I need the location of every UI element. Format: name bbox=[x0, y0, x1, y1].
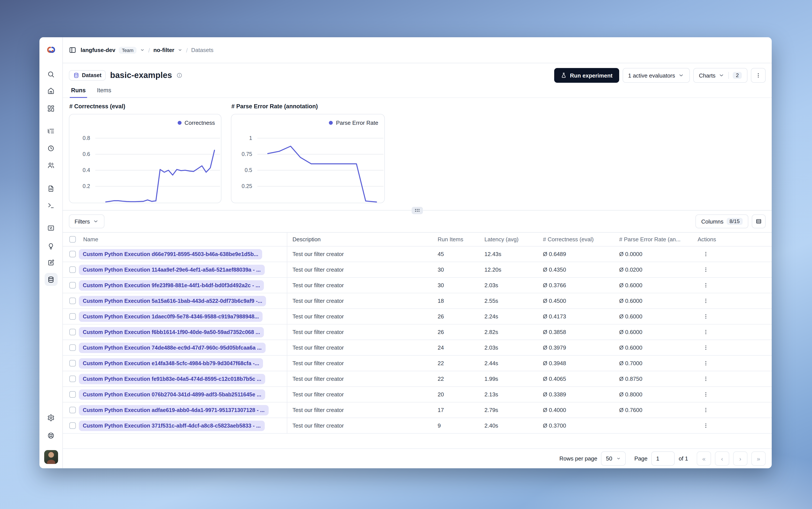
row-checkbox[interactable] bbox=[69, 344, 76, 351]
tracing-icon[interactable] bbox=[44, 124, 58, 137]
more-actions-button[interactable] bbox=[751, 68, 766, 83]
row-actions-button[interactable] bbox=[700, 311, 711, 322]
run-items-value: 26 bbox=[438, 329, 484, 335]
desktop-background: langfuse-dev Team / no-filter / Datasets bbox=[0, 0, 812, 509]
row-checkbox[interactable] bbox=[69, 298, 76, 304]
sidebar bbox=[39, 37, 63, 468]
row-checkbox[interactable] bbox=[69, 422, 76, 429]
row-checkbox[interactable] bbox=[69, 376, 76, 382]
column-header-run-items[interactable]: Run Items bbox=[438, 236, 484, 243]
column-header-actions: Actions bbox=[698, 236, 772, 243]
main-panel: langfuse-dev Team / no-filter / Datasets bbox=[63, 37, 772, 468]
search-icon[interactable] bbox=[44, 68, 58, 80]
run-name-link[interactable]: Custom Python Execution e14fa348-5cfc-49… bbox=[79, 358, 263, 368]
row-actions-button[interactable] bbox=[700, 295, 711, 306]
run-name-link[interactable]: Custom Python Execution 114aa9ef-29e6-4e… bbox=[79, 265, 265, 275]
first-page-button[interactable]: « bbox=[697, 451, 711, 466]
correctness-value: Ø 0.3979 bbox=[543, 344, 619, 351]
row-checkbox[interactable] bbox=[69, 313, 76, 320]
column-header-latency[interactable]: Latency (avg) bbox=[484, 236, 543, 243]
chart-legend: Correctness bbox=[178, 120, 215, 126]
settings-icon[interactable] bbox=[44, 411, 58, 424]
page-total-label: of 1 bbox=[679, 455, 688, 462]
run-name-link[interactable]: Custom Python Execution d66e7991-8595-45… bbox=[79, 249, 262, 259]
row-actions-button[interactable] bbox=[700, 404, 711, 416]
run-name-link[interactable]: Custom Python Execution 5a15a616-1bab-44… bbox=[79, 296, 266, 306]
run-name-link[interactable]: Custom Python Execution f6bb1614-1f90-40… bbox=[79, 327, 264, 337]
info-icon[interactable] bbox=[176, 72, 182, 78]
chevron-down-icon[interactable] bbox=[140, 48, 145, 53]
next-page-button[interactable]: › bbox=[733, 451, 747, 466]
column-header-parse-error-rate[interactable]: # Parse Error Rate (an... bbox=[619, 236, 698, 243]
breadcrumb-section[interactable]: Datasets bbox=[191, 47, 214, 53]
breadcrumb-environment[interactable]: no-filter bbox=[154, 47, 174, 53]
row-checkbox[interactable] bbox=[69, 251, 76, 257]
last-page-button[interactable]: » bbox=[751, 451, 766, 466]
row-checkbox[interactable] bbox=[69, 391, 76, 398]
rows-per-page-select[interactable]: 50 bbox=[601, 451, 626, 466]
rows-per-page-label: Rows per page bbox=[560, 455, 597, 462]
charts-toggle-button[interactable]: Charts 2 bbox=[693, 68, 747, 83]
sidebar-toggle-icon[interactable] bbox=[69, 46, 76, 54]
home-icon[interactable] bbox=[44, 84, 58, 97]
playground-icon[interactable] bbox=[44, 199, 58, 212]
row-actions-button[interactable] bbox=[700, 342, 711, 353]
correctness-value: Ø 0.3858 bbox=[543, 329, 619, 335]
chevron-down-icon bbox=[616, 456, 621, 461]
run-name-link[interactable]: Custom Python Execution 9fe23f98-881e-44… bbox=[79, 280, 264, 291]
run-items-value: 20 bbox=[438, 391, 484, 398]
langfuse-logo-icon[interactable] bbox=[46, 45, 56, 55]
row-checkbox[interactable] bbox=[69, 360, 76, 367]
column-header-name[interactable]: Name bbox=[77, 233, 287, 246]
users-icon[interactable] bbox=[44, 159, 58, 172]
row-actions-button[interactable] bbox=[700, 248, 711, 260]
column-header-description[interactable]: Description bbox=[287, 236, 438, 243]
row-actions-button[interactable] bbox=[700, 358, 711, 369]
columns-button[interactable]: Columns 8/15 bbox=[696, 214, 748, 228]
row-actions-button[interactable] bbox=[700, 327, 711, 338]
previous-page-button[interactable]: ‹ bbox=[715, 451, 729, 466]
svg-text:0.8: 0.8 bbox=[82, 135, 90, 141]
tab-items[interactable]: Items bbox=[96, 84, 113, 98]
row-checkbox[interactable] bbox=[69, 407, 76, 413]
prompts-icon[interactable] bbox=[44, 182, 58, 195]
support-icon[interactable] bbox=[44, 429, 58, 442]
row-checkbox[interactable] bbox=[69, 329, 76, 335]
run-experiment-button[interactable]: Run experiment bbox=[554, 68, 619, 83]
run-name-link[interactable]: Custom Python Execution 076b2704-341d-48… bbox=[79, 389, 265, 400]
row-checkbox[interactable] bbox=[69, 282, 76, 289]
project-type-badge: Team bbox=[119, 46, 136, 54]
row-actions-button[interactable] bbox=[700, 264, 711, 275]
page-number-input[interactable] bbox=[651, 451, 675, 466]
row-actions-button[interactable] bbox=[700, 389, 711, 400]
sessions-icon[interactable] bbox=[44, 142, 58, 155]
user-avatar[interactable] bbox=[44, 450, 58, 464]
filters-button[interactable]: Filters bbox=[69, 214, 105, 228]
row-actions-button[interactable] bbox=[700, 280, 711, 291]
run-name-link[interactable]: Custom Python Execution fe91b83e-04a5-47… bbox=[79, 374, 265, 384]
row-height-button[interactable] bbox=[752, 214, 766, 228]
breadcrumb-project[interactable]: langfuse-dev bbox=[80, 47, 115, 53]
evaluators-icon[interactable] bbox=[44, 240, 58, 252]
column-header-correctness[interactable]: # Correctness (eval) bbox=[543, 236, 619, 243]
scores-icon[interactable] bbox=[44, 222, 58, 234]
row-checkbox[interactable] bbox=[69, 266, 76, 273]
panel-resize-handle[interactable] bbox=[412, 207, 423, 214]
row-actions-button[interactable] bbox=[700, 373, 711, 384]
select-all-checkbox[interactable] bbox=[69, 236, 76, 243]
rows-icon bbox=[756, 218, 762, 225]
run-items-value: 30 bbox=[438, 266, 484, 273]
datasets-icon[interactable] bbox=[44, 273, 58, 286]
active-evaluators-button[interactable]: 1 active evaluators bbox=[622, 68, 690, 83]
tab-runs[interactable]: Runs bbox=[70, 84, 87, 98]
row-actions-button[interactable] bbox=[700, 420, 711, 431]
run-name-link[interactable]: Custom Python Execution adfae619-abb0-4d… bbox=[79, 405, 268, 415]
dashboard-icon[interactable] bbox=[44, 102, 58, 115]
run-name-link[interactable]: Custom Python Execution 74de488e-ec9d-47… bbox=[79, 342, 265, 353]
annotation-icon[interactable] bbox=[44, 256, 58, 269]
table-row: Custom Python Execution e14fa348-5cfc-49… bbox=[63, 355, 772, 371]
run-name-link[interactable]: Custom Python Execution 371f531c-abff-4d… bbox=[79, 420, 265, 431]
chevron-down-icon[interactable] bbox=[178, 48, 183, 53]
run-items-value: 22 bbox=[438, 360, 484, 367]
run-name-link[interactable]: Custom Python Execution 1daec0f9-5e78-43… bbox=[79, 311, 263, 321]
